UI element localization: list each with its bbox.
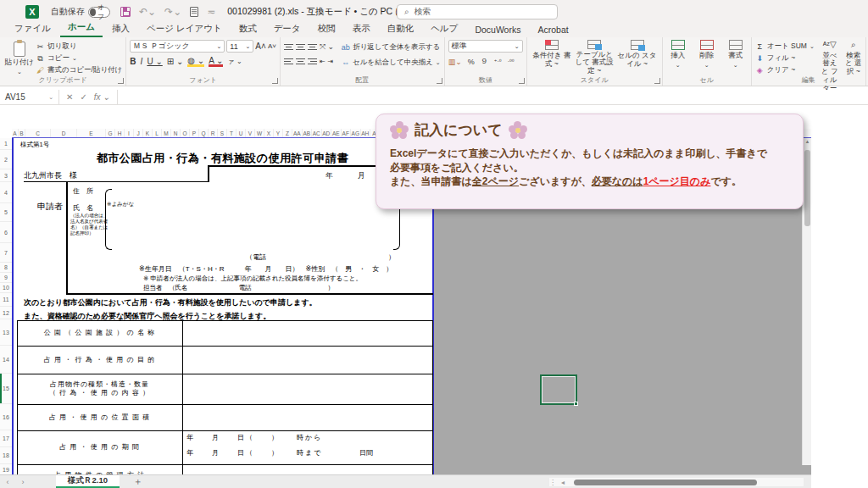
ribbon-tab-データ[interactable]: データ bbox=[266, 22, 309, 37]
horizontal-scroll-thumb[interactable] bbox=[574, 480, 757, 485]
row-header-16[interactable]: 16 bbox=[0, 404, 12, 430]
styles-dialog-launcher[interactable] bbox=[654, 78, 660, 84]
autosum-button[interactable]: Σオート SUM ⌄ bbox=[755, 42, 815, 53]
column-header-Z[interactable]: Z bbox=[283, 129, 292, 137]
column-header-M[interactable]: M bbox=[162, 129, 171, 137]
add-sheet-button[interactable]: ＋ bbox=[133, 475, 142, 488]
column-header-S[interactable]: S bbox=[218, 129, 227, 137]
row-header-8[interactable]: 8 bbox=[0, 263, 12, 273]
column-header-V[interactable]: V bbox=[246, 129, 255, 137]
column-header-Q[interactable]: Q bbox=[199, 129, 209, 137]
ribbon-tab-ホーム[interactable]: ホーム bbox=[60, 20, 103, 37]
insert-cells-button[interactable]: 挿入⌄ bbox=[666, 40, 690, 75]
align-center-icon[interactable] bbox=[296, 57, 305, 66]
font-dialog-launcher[interactable] bbox=[272, 78, 278, 84]
row-header-11[interactable]: 11 bbox=[0, 293, 12, 307]
wrap-text-button[interactable]: ab折り返して全体を表示する bbox=[341, 42, 441, 53]
row-header-1[interactable]: 1 bbox=[0, 138, 12, 150]
align-left-icon[interactable] bbox=[284, 57, 293, 66]
sheet-nav-next-icon[interactable]: › bbox=[15, 478, 31, 486]
vertical-scroll-thumb[interactable] bbox=[804, 150, 810, 226]
underline-button[interactable]: U ⌄ bbox=[147, 57, 162, 66]
number-format-combo[interactable]: 標準⌄ bbox=[448, 40, 523, 53]
sheet-nav-prev-icon[interactable]: ‹ bbox=[0, 478, 15, 486]
ribbon-tab-ページ レイアウト[interactable]: ページ レイアウト bbox=[139, 22, 230, 37]
column-header-N[interactable]: N bbox=[171, 129, 181, 137]
number-dialog-launcher[interactable] bbox=[519, 78, 525, 84]
save-icon[interactable] bbox=[120, 7, 131, 17]
row-header-17[interactable]: 17 bbox=[0, 430, 12, 447]
grow-font-icon[interactable]: A˄ bbox=[255, 42, 266, 51]
column-header-AH[interactable]: AH bbox=[361, 129, 371, 137]
column-header-H[interactable]: H bbox=[115, 129, 125, 137]
column-header-E[interactable]: E bbox=[77, 129, 106, 137]
formula-input[interactable] bbox=[118, 90, 868, 104]
clipboard-dialog-launcher[interactable] bbox=[118, 78, 124, 84]
ribbon-tab-DocuWorks[interactable]: DocuWorks bbox=[467, 24, 528, 37]
row-header-15[interactable]: 15 bbox=[0, 374, 12, 404]
fill-color-button[interactable]: ◍ ⌄ bbox=[187, 56, 204, 67]
ribbon-tab-校閲[interactable]: 校閲 bbox=[310, 22, 343, 37]
ribbon-tab-挿入[interactable]: 挿入 bbox=[104, 22, 137, 37]
paste-button[interactable]: 貼り付け⌄ bbox=[3, 40, 36, 77]
row-header-13[interactable]: 13 bbox=[0, 319, 12, 346]
decrease-decimal-icon[interactable]: ·⁰⁰ bbox=[508, 58, 515, 65]
italic-button[interactable]: I bbox=[141, 57, 143, 66]
ribbon-tab-Acrobat[interactable]: Acrobat bbox=[530, 24, 576, 37]
column-header-AC[interactable]: AC bbox=[312, 129, 322, 137]
format-as-table-button[interactable]: テーブルとして 書式設定 ~ bbox=[573, 40, 615, 75]
align-middle-icon[interactable] bbox=[296, 42, 305, 52]
find-select-button[interactable]: ⌕ 検索と 選択 ~ bbox=[845, 40, 862, 75]
align-top-icon[interactable] bbox=[284, 42, 293, 52]
autosave-toggle[interactable]: 自動保存 オフ bbox=[51, 6, 110, 18]
horizontal-scrollbar[interactable]: ⋮ ◂ bbox=[549, 478, 804, 486]
print-preview-icon[interactable] bbox=[190, 7, 198, 17]
redo-icon[interactable]: ↷⌄ bbox=[164, 7, 181, 17]
fx-icon[interactable]: fx ⌄ bbox=[94, 92, 110, 102]
comma-format-icon[interactable]: ９ bbox=[481, 56, 488, 67]
row-header-9[interactable]: 9 bbox=[0, 273, 12, 283]
sort-filter-button[interactable]: ᴬᶻ▽ 並べ替えと フィルター ~ bbox=[820, 40, 840, 75]
orientation-icon[interactable]: ⤧ ⌄ bbox=[320, 42, 334, 52]
row-header-18[interactable]: 18 bbox=[0, 447, 12, 464]
font-size-combo[interactable]: 11⌄ bbox=[226, 40, 253, 53]
conditional-formatting-button[interactable]: 条件付き 書式 ~ bbox=[531, 40, 573, 75]
merge-center-button[interactable]: ⇔セルを結合して中央揃え ⌄ bbox=[341, 57, 441, 68]
ribbon-tab-表示[interactable]: 表示 bbox=[345, 22, 378, 37]
enter-icon[interactable]: ✓ bbox=[80, 92, 86, 102]
row-header-5[interactable]: 5 bbox=[0, 203, 12, 222]
column-header-AB[interactable]: AB bbox=[303, 129, 313, 137]
column-header-AF[interactable]: AF bbox=[342, 129, 352, 137]
ribbon-tab-自動化[interactable]: 自動化 bbox=[380, 22, 422, 37]
scroll-up-icon[interactable]: ▲ bbox=[803, 139, 812, 144]
cut-button[interactable]: ✂切り取り bbox=[36, 42, 122, 53]
column-header-B[interactable]: B bbox=[19, 129, 25, 137]
delete-cells-button[interactable]: 削除⌄ bbox=[695, 40, 719, 75]
bold-button[interactable]: B bbox=[130, 57, 136, 66]
alignment-dialog-launcher[interactable] bbox=[437, 78, 442, 84]
increase-indent-icon[interactable]: ⇥ bbox=[328, 58, 334, 65]
column-header-R[interactable]: R bbox=[209, 129, 218, 137]
row-headers[interactable]: 12345678910111213141516171819 bbox=[0, 138, 12, 476]
fill-handle[interactable] bbox=[574, 402, 578, 406]
format-painter-button[interactable]: 🖌書式のコピー/貼り付け bbox=[36, 64, 122, 75]
increase-decimal-icon[interactable]: ⁺·⁰ bbox=[494, 58, 502, 65]
ribbon-tab-数式[interactable]: 数式 bbox=[231, 22, 264, 37]
column-header-L[interactable]: L bbox=[153, 129, 162, 137]
row-header-3[interactable]: 3 bbox=[0, 169, 12, 182]
column-header-P[interactable]: P bbox=[190, 129, 199, 137]
row-header-10[interactable]: 10 bbox=[0, 283, 12, 293]
column-header-O[interactable]: O bbox=[181, 129, 190, 137]
copy-button[interactable]: ⧉コピー ⌄ bbox=[36, 53, 122, 64]
format-cells-button[interactable]: 書式⌄ bbox=[724, 40, 748, 75]
scroll-left-icon[interactable]: ◂ bbox=[561, 479, 565, 486]
currency-format-icon[interactable]: ▥⌄ bbox=[448, 58, 462, 66]
column-header-D[interactable]: D bbox=[51, 129, 77, 137]
column-header-J[interactable]: J bbox=[134, 129, 143, 137]
column-header-AE[interactable]: AE bbox=[331, 129, 342, 137]
cell-styles-button[interactable]: セルの スタイル ~ bbox=[615, 40, 658, 75]
column-header-C[interactable]: C bbox=[25, 129, 51, 137]
row-header-7[interactable]: 7 bbox=[0, 243, 12, 263]
column-header-K[interactable]: K bbox=[143, 129, 153, 137]
font-color-button[interactable]: A ⌄ bbox=[209, 56, 223, 67]
